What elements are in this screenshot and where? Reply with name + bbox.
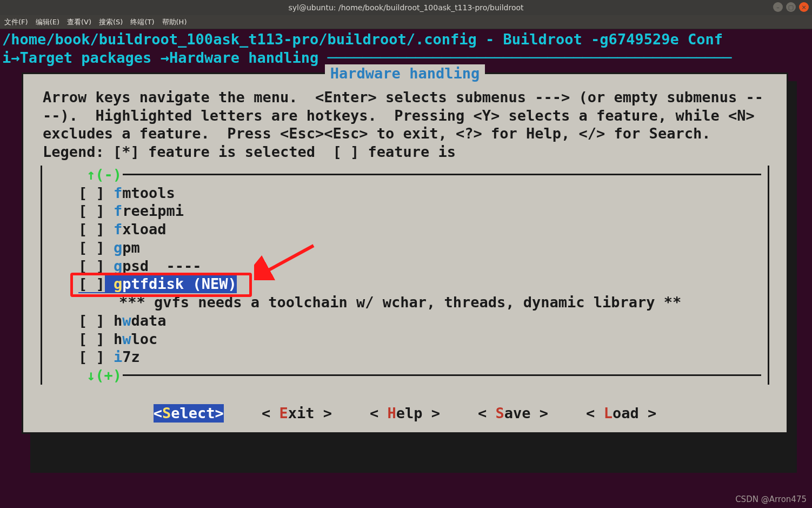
menu-terminal[interactable]: 终端(T) bbox=[130, 17, 154, 27]
terminal-viewport[interactable]: /home/book/buildroot_100ask_t113-pro/bui… bbox=[0, 29, 812, 508]
list-item[interactable]: [ ] i7z bbox=[49, 348, 761, 366]
list-item[interactable]: [ ] gptfdisk (NEW) bbox=[78, 275, 237, 293]
arrow-icon: → bbox=[161, 49, 169, 66]
watermark-text: CSDN @Arron475 bbox=[735, 494, 807, 505]
option-list-panel: ↑(-) [ ] fmtools[ ] freeipmi[ ] fxload[ … bbox=[41, 166, 769, 385]
dialog-title: Hardware handling bbox=[325, 64, 485, 83]
scroll-down-indicator[interactable]: ↓(+) bbox=[48, 366, 123, 385]
list-item[interactable]: [ ] hwdata bbox=[49, 312, 761, 330]
maximize-button[interactable]: ▢ bbox=[786, 2, 796, 12]
list-item: *** gvfs needs a toolchain w/ wchar, thr… bbox=[49, 293, 761, 312]
list-item[interactable]: [ ] hwloc bbox=[49, 330, 761, 348]
window-controls: – ▢ × bbox=[773, 2, 809, 12]
horizontal-rule: ────────────────────────────────────────… bbox=[328, 49, 732, 66]
list-bottom-border: ↓(+) bbox=[49, 366, 761, 385]
list-item[interactable]: [ ] fmtools bbox=[49, 184, 761, 202]
scroll-up-indicator[interactable]: ↑(-) bbox=[48, 166, 123, 184]
menu-edit[interactable]: 编辑(E) bbox=[36, 17, 59, 27]
arrow-icon: → bbox=[11, 49, 19, 66]
window-title: syl@ubuntu: /home/book/buildroot_100ask_… bbox=[288, 3, 523, 12]
menu-help[interactable]: 帮助(H) bbox=[162, 17, 187, 27]
list-item[interactable]: [ ] gpsd ---- bbox=[49, 257, 761, 275]
list-top-border: ↑(-) bbox=[49, 166, 761, 184]
dialog-title-row: Hardware handling bbox=[38, 64, 771, 83]
exit-button[interactable]: < Exit > bbox=[262, 404, 332, 423]
close-button[interactable]: × bbox=[799, 2, 809, 12]
select-button[interactable]: <Select> bbox=[154, 404, 224, 423]
dialog-help-text: Arrow keys navigate the menu. <Enter> se… bbox=[43, 88, 767, 161]
menu-search[interactable]: 搜索(S) bbox=[99, 17, 123, 27]
list-item[interactable]: [ ] freeipmi bbox=[49, 202, 761, 220]
save-button[interactable]: < Save > bbox=[478, 404, 548, 423]
list-item[interactable]: [ ] gpm bbox=[49, 239, 761, 257]
dialog-button-row: <Select> < Exit > < Help > < Save > < Lo… bbox=[38, 404, 771, 423]
menu-file[interactable]: 文件(F) bbox=[4, 17, 28, 27]
menuconfig-dialog: Hardware handling Arrow keys navigate th… bbox=[22, 72, 788, 434]
list-item[interactable]: [ ] fxload bbox=[49, 220, 761, 239]
help-button[interactable]: < Help > bbox=[370, 404, 440, 423]
load-button[interactable]: < Load > bbox=[586, 404, 656, 423]
config-file-path: /home/book/buildroot_100ask_t113-pro/bui… bbox=[2, 30, 810, 49]
window-titlebar: syl@ubuntu: /home/book/buildroot_100ask_… bbox=[0, 0, 812, 15]
menu-view[interactable]: 查看(V) bbox=[67, 17, 91, 27]
minimize-button[interactable]: – bbox=[773, 2, 783, 12]
option-list[interactable]: [ ] fmtools[ ] freeipmi[ ] fxload[ ] gpm… bbox=[49, 184, 761, 367]
app-menubar: 文件(F) 编辑(E) 查看(V) 搜索(S) 终端(T) 帮助(H) bbox=[0, 15, 812, 29]
